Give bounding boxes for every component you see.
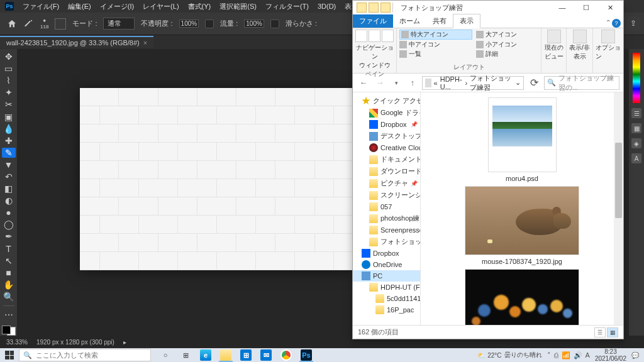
layout-large-icons[interactable]: 大アイコン: [476, 30, 539, 40]
cortana-icon[interactable]: ○: [156, 348, 175, 362]
opacity-input[interactable]: 100%: [179, 19, 199, 28]
nav-item[interactable]: photoshop練習: [353, 212, 420, 224]
breadcrumb-drive[interactable]: HDPH-U...: [440, 75, 463, 90]
menu-image[interactable]: イメージ(I): [100, 2, 134, 11]
frame-tool-icon[interactable]: ▣: [2, 111, 16, 121]
healing-tool-icon[interactable]: ✚: [2, 136, 16, 146]
forward-button[interactable]: →: [373, 76, 387, 90]
blur-tool-icon[interactable]: ●: [2, 207, 16, 217]
path-select-tool-icon[interactable]: ↖: [2, 256, 16, 266]
menu-select[interactable]: 選択範囲(S): [219, 2, 257, 11]
zoom-tool-icon[interactable]: 🔍: [2, 292, 16, 302]
weather-widget[interactable]: ⛅ 22°C 曇りのち晴れ: [477, 351, 541, 359]
history-brush-tool-icon[interactable]: ↶: [2, 172, 16, 182]
app-explorer-icon[interactable]: [216, 348, 235, 362]
blend-mode-select[interactable]: 通常: [103, 18, 135, 30]
nav-item[interactable]: Google ドライ📌: [353, 107, 420, 119]
file-item[interactable]: mouse-1708374_1920.jpg: [465, 186, 579, 265]
taskbar-search[interactable]: 🔍 ここに入力して検索: [19, 349, 151, 361]
canvas-image[interactable]: [80, 88, 354, 270]
notification-icon[interactable]: 💬: [631, 352, 639, 359]
app-chrome-icon[interactable]: [277, 348, 296, 362]
layout-list[interactable]: 一覧: [399, 50, 472, 58]
nav-item[interactable]: OneDrive: [353, 259, 420, 270]
options-icon[interactable]: [601, 30, 615, 43]
lasso-tool-icon[interactable]: ⌇: [2, 75, 16, 85]
tray-icon[interactable]: ⎙: [554, 351, 558, 359]
minimize-button[interactable]: —: [550, 1, 574, 14]
nav-item[interactable]: ピクチャ📌: [353, 177, 420, 189]
file-item[interactable]: night-view-1194159_1920.jpg: [465, 269, 579, 325]
type-tool-icon[interactable]: T: [2, 244, 16, 254]
app-mail-icon[interactable]: ✉: [257, 348, 275, 362]
opacity-pressure-icon[interactable]: [205, 19, 214, 28]
recent-button[interactable]: ▾: [389, 76, 403, 90]
volume-icon[interactable]: 🔊: [574, 351, 582, 359]
ime-indicator[interactable]: A: [586, 351, 590, 359]
search-box[interactable]: 🔍 フォトショップ練習の...: [544, 76, 619, 90]
file-list[interactable]: moru4.psd mouse-1708374_1920.jpg night-v…: [421, 92, 623, 325]
panel-icon[interactable]: ▦: [631, 123, 641, 133]
back-button[interactable]: ←: [357, 76, 370, 90]
details-view-toggle[interactable]: ☰: [594, 327, 606, 337]
address-bar[interactable]: « HDPH-U... › フォトショップ練習 ⌄: [422, 76, 524, 90]
current-view-icon[interactable]: [547, 30, 561, 43]
marquee-tool-icon[interactable]: ▭: [2, 63, 16, 74]
scrollbar-thumb[interactable]: [615, 143, 622, 218]
show-hide-label[interactable]: 表示/非 表示: [569, 43, 590, 61]
brush-preset-icon[interactable]: [55, 18, 66, 30]
document-dimensions[interactable]: 1920 px x 1280 px (300 ppi): [36, 339, 114, 346]
nav-item[interactable]: Screenpresso: [353, 224, 420, 236]
breadcrumb-sep[interactable]: ›: [465, 79, 467, 87]
move-tool-icon[interactable]: ✥: [2, 52, 16, 62]
brush-tool-icon[interactable]: ✎: [2, 148, 16, 158]
details-pane-icon[interactable]: [382, 30, 394, 42]
home-icon[interactable]: [6, 18, 18, 30]
ribbon-tab-share[interactable]: 共有: [426, 14, 453, 28]
panel-icon[interactable]: ☰: [631, 108, 641, 118]
panel-icon[interactable]: ◈: [631, 138, 641, 148]
share-icon[interactable]: ⇪: [626, 16, 640, 30]
document-tab[interactable]: wall-2423815_1920.jpg @ 33.3% (RGB/8#) ×: [0, 36, 153, 48]
flow-input[interactable]: 100%: [244, 19, 264, 28]
close-button[interactable]: ✕: [598, 1, 622, 14]
breadcrumb-sep[interactable]: «: [434, 79, 438, 87]
eyedropper-tool-icon[interactable]: 💧: [2, 124, 16, 134]
address-dropdown-icon[interactable]: ⌄: [515, 79, 521, 87]
up-button[interactable]: ↑: [406, 76, 419, 90]
layout-extra-large-icons[interactable]: 特大アイコン: [399, 30, 472, 40]
help-icon[interactable]: ?: [612, 19, 621, 28]
brush-tool-icon[interactable]: [24, 18, 34, 30]
file-item[interactable]: moru4.psd: [488, 97, 557, 182]
menu-layer[interactable]: レイヤー(L): [143, 2, 179, 11]
crop-tool-icon[interactable]: ✂: [2, 99, 16, 109]
nav-item[interactable]: 16P_pac: [353, 304, 420, 315]
airbrush-icon[interactable]: [270, 19, 279, 28]
nav-item[interactable]: Dropbox: [353, 248, 420, 259]
ribbon-tab-home[interactable]: ホーム: [393, 14, 426, 28]
show-hide-icon[interactable]: [573, 30, 587, 43]
color-swatches[interactable]: [2, 326, 16, 336]
app-store-icon[interactable]: ⊞: [236, 348, 255, 362]
color-picker-strip[interactable]: [633, 53, 640, 103]
edit-toolbar-icon[interactable]: ⋯: [2, 310, 16, 320]
layout-small-icons[interactable]: 小アイコン: [476, 40, 539, 49]
nav-item[interactable]: デスクトップ📌: [353, 130, 420, 142]
ribbon-tab-view[interactable]: 表示: [453, 14, 480, 28]
nav-item[interactable]: 057: [353, 201, 420, 212]
ribbon-collapse-icon[interactable]: ⌃: [606, 19, 611, 28]
scrollbar[interactable]: [614, 92, 623, 325]
nav-item[interactable]: 5c0dd1141fbf02b: [353, 293, 420, 304]
status-arrow-icon[interactable]: ▸: [123, 339, 126, 346]
panel-icon[interactable]: A: [631, 153, 641, 163]
nav-item[interactable]: フォトショップ練習: [353, 236, 420, 248]
zoom-level[interactable]: 33.33%: [6, 339, 28, 346]
menu-type[interactable]: 書式(Y): [188, 2, 211, 11]
nav-item[interactable]: HDPH-UT (F:): [353, 282, 420, 293]
explorer-title-bar[interactable]: フォトショップ練習 — ☐ ✕: [353, 1, 623, 14]
preview-pane-icon[interactable]: [369, 30, 380, 42]
menu-edit[interactable]: 編集(E): [68, 2, 91, 11]
maximize-button[interactable]: ☐: [574, 1, 598, 14]
current-view-label[interactable]: 現在の ビュー: [545, 43, 564, 61]
nav-item[interactable]: PC: [353, 270, 420, 282]
